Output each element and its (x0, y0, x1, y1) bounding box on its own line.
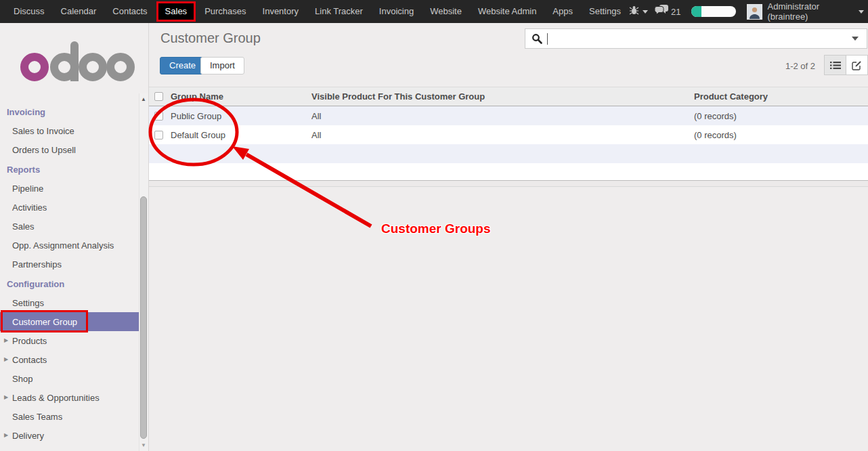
list-icon (830, 61, 841, 70)
nav-sales[interactable]: Sales (156, 1, 196, 22)
empty-row (149, 163, 868, 181)
table-row[interactable]: Public Group All (0 records) (149, 106, 868, 125)
nav-apps[interactable]: Apps (544, 0, 581, 23)
column-group-name[interactable]: Group Name (171, 91, 311, 102)
sidebar-item-sales-teams[interactable]: Sales Teams (0, 407, 139, 426)
empty-row (149, 144, 868, 163)
sidebar-item-partnerships[interactable]: Partnerships (0, 255, 139, 274)
scrollbar-up-icon[interactable]: ▲ (140, 96, 147, 102)
cell-visible-product: All (311, 130, 694, 140)
logo-ring-4 (106, 53, 135, 81)
chevron-down-icon[interactable] (643, 10, 648, 14)
chevron-right-icon: ▶ (4, 394, 8, 400)
nav-settings[interactable]: Settings (581, 0, 629, 23)
page-title: Customer Group (160, 30, 261, 46)
cell-product-category: (0 records) (694, 130, 868, 140)
nav-invoicing[interactable]: Invoicing (371, 0, 422, 23)
scrollbar-down-icon[interactable]: ▼ (140, 442, 147, 448)
sidebar-item-label: Leads & Opportunities (12, 393, 100, 403)
chevron-down-icon[interactable] (852, 37, 859, 41)
cell-visible-product: All (311, 111, 694, 121)
nav-website-admin[interactable]: Website Admin (470, 0, 544, 23)
sidebar-item-label: Products (12, 336, 47, 346)
scrollbar-thumb[interactable] (140, 196, 147, 439)
table-header-row: Group Name Visible Product For This Cust… (149, 87, 868, 106)
top-menu-bar: Discuss Calendar Contacts Sales Purchase… (0, 0, 868, 23)
logo-d-stem (70, 41, 79, 81)
avatar[interactable] (747, 4, 762, 20)
view-switcher (824, 55, 868, 75)
sidebar-item-contacts[interactable]: ▶ Contacts (0, 350, 139, 369)
section-reports: Reports (0, 159, 139, 179)
sidebar-item-opp-assignment-analysis[interactable]: Opp. Assignment Analysis (0, 236, 139, 255)
row-checkbox[interactable] (154, 112, 163, 121)
pencil-square-icon (852, 60, 862, 70)
section-invoicing: Invoicing (0, 102, 139, 121)
nav-discuss[interactable]: Discuss (5, 0, 53, 23)
search-input[interactable] (548, 30, 852, 47)
main-content: Customer Group Create Import 1-2 of 2 (149, 23, 868, 451)
sidebar-item-shop[interactable]: Shop (0, 369, 139, 388)
sidebar-item-sales-to-invoice[interactable]: Sales to Invoice (0, 121, 139, 140)
sidebar-item-label: Contacts (12, 355, 47, 365)
nav-calendar[interactable]: Calendar (53, 0, 105, 23)
sidebar-item-settings[interactable]: Settings (0, 293, 139, 312)
cell-group-name: Public Group (171, 111, 311, 121)
sidebar-item-pipeline[interactable]: Pipeline (0, 179, 139, 198)
section-configuration: Configuration (0, 274, 139, 293)
sidebar: Invoicing Sales to Invoice Orders to Ups… (0, 23, 149, 451)
sidebar-item-sales[interactable]: Sales (0, 217, 139, 236)
nav-purchases[interactable]: Purchases (196, 0, 254, 23)
cell-product-category: (0 records) (694, 111, 868, 121)
logo-ring-1 (20, 53, 49, 81)
sidebar-item-leads-opportunities[interactable]: ▶ Leads & Opportunities (0, 388, 139, 407)
sidebar-item-activities[interactable]: Activities (0, 198, 139, 217)
create-button[interactable]: Create (160, 57, 205, 74)
nav-website[interactable]: Website (422, 0, 470, 23)
row-checkbox[interactable] (154, 131, 163, 139)
search-icon (531, 33, 542, 44)
import-button[interactable]: Import (200, 57, 244, 74)
search-box[interactable] (525, 28, 867, 49)
messages-icon[interactable] (655, 5, 668, 18)
list-table: Group Name Visible Product For This Cust… (149, 87, 868, 187)
systray: 21 Administrator (braintree) (629, 1, 868, 22)
chevron-right-icon: ▶ (4, 337, 8, 343)
nav-inventory[interactable]: Inventory (255, 0, 307, 23)
user-menu[interactable]: Administrator (braintree) (767, 1, 854, 22)
nav-link-tracker[interactable]: Link Tracker (307, 0, 371, 23)
chevron-right-icon: ▶ (4, 432, 8, 438)
sidebar-item-orders-to-upsell[interactable]: Orders to Upsell (0, 140, 139, 159)
progress-pill (691, 6, 736, 17)
chevron-right-icon: ▶ (4, 356, 8, 362)
nav-contacts[interactable]: Contacts (104, 0, 155, 23)
odoo-logo (20, 53, 135, 81)
sidebar-item-delivery[interactable]: ▶ Delivery (0, 426, 139, 445)
logo-ring-3 (79, 53, 107, 81)
chevron-down-icon[interactable] (859, 10, 864, 14)
bug-icon[interactable] (629, 5, 639, 18)
column-product-category[interactable]: Product Category (694, 91, 868, 102)
select-all-checkbox[interactable] (154, 92, 163, 101)
table-row[interactable]: Default Group All (0 records) (149, 125, 868, 144)
messages-count[interactable]: 21 (671, 7, 680, 17)
sidebar-item-customer-group[interactable]: Customer Group (0, 312, 139, 331)
form-view-button[interactable] (846, 55, 868, 75)
progress-fill (691, 6, 701, 17)
sidebar-item-label: Delivery (12, 431, 44, 441)
table-bottom-edge (149, 181, 868, 187)
sidebar-item-label: Customer Group (12, 317, 77, 327)
sidebar-menu: Invoicing Sales to Invoice Orders to Ups… (0, 102, 139, 445)
pager: 1-2 of 2 (785, 61, 815, 71)
sidebar-item-products[interactable]: ▶ Products (0, 331, 139, 350)
column-visible-product[interactable]: Visible Product For This Customer Group (311, 91, 694, 102)
cell-group-name: Default Group (171, 130, 311, 140)
list-view-button[interactable] (824, 55, 846, 75)
